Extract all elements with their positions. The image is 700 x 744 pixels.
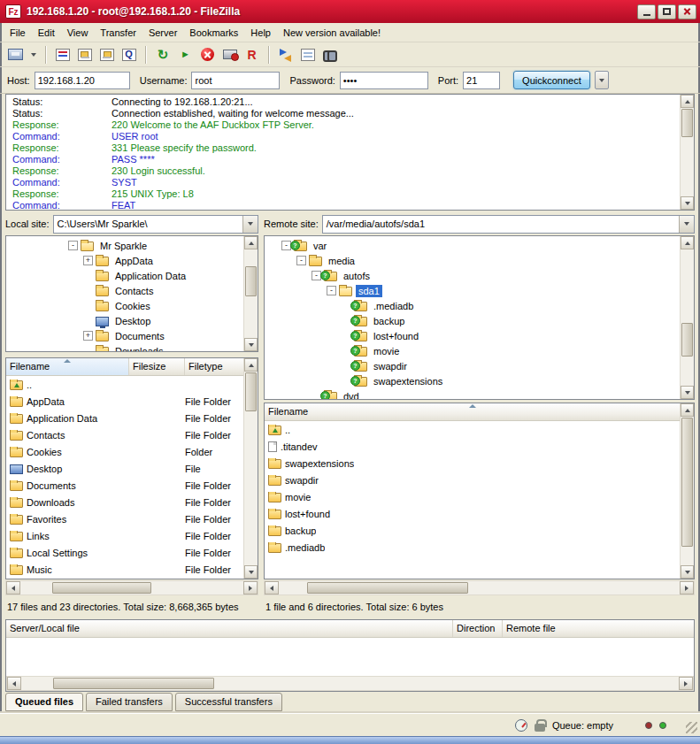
titlebar[interactable]: Fz 192.168.1.20 - root@192.168.1.20 - Fi… xyxy=(0,0,700,23)
column-header-filename[interactable]: Filename xyxy=(6,358,129,375)
column-header-filetype[interactable]: Filetype xyxy=(185,358,243,375)
local-file-row[interactable]: Downloads File Folder xyxy=(6,494,243,510)
scroll-right-button[interactable] xyxy=(680,581,694,594)
menu-item[interactable]: File xyxy=(4,25,32,41)
username-input[interactable] xyxy=(191,72,280,89)
tree-expander[interactable]: - xyxy=(327,286,336,295)
find-files-button[interactable] xyxy=(319,44,341,65)
reconnect-button[interactable]: R xyxy=(242,44,262,65)
local-file-row[interactable]: Documents File Folder xyxy=(6,477,243,494)
local-tree-item[interactable]: Downloads xyxy=(6,343,243,351)
scroll-thumb[interactable] xyxy=(245,372,257,411)
scroll-up-button[interactable] xyxy=(681,95,694,108)
remote-file-row[interactable]: swapdir xyxy=(265,472,680,488)
process-queue-button[interactable]: ► xyxy=(175,44,196,65)
tree-expander[interactable]: + xyxy=(83,331,93,341)
scroll-thumb[interactable] xyxy=(245,266,257,296)
tree-expander[interactable]: - xyxy=(296,256,306,265)
scroll-up-button[interactable] xyxy=(681,403,694,417)
port-input[interactable] xyxy=(463,72,500,89)
local-file-row[interactable]: AppData File Folder xyxy=(6,393,243,410)
password-input[interactable] xyxy=(340,72,428,89)
remote-tree-item[interactable]: lost+found xyxy=(265,328,680,343)
remote-file-row[interactable]: backup xyxy=(265,522,680,539)
maximize-button[interactable] xyxy=(658,4,676,19)
remote-tree-item[interactable]: - autofs xyxy=(265,268,680,283)
lock-icon[interactable] xyxy=(535,724,545,732)
speed-limit-icon[interactable] xyxy=(515,719,527,732)
menu-item[interactable]: Edit xyxy=(32,25,61,41)
scroll-thumb[interactable] xyxy=(307,582,468,594)
local-tree-item[interactable]: - Mr Sparkle xyxy=(6,238,243,253)
remote-list-vertical-scrollbar[interactable] xyxy=(680,403,694,579)
scroll-thumb[interactable] xyxy=(52,582,151,594)
remote-file-row[interactable]: movie xyxy=(265,488,680,505)
minimize-button[interactable] xyxy=(637,4,656,19)
local-tree-item[interactable]: Cookies xyxy=(6,298,243,313)
disconnect-button[interactable] xyxy=(219,44,240,65)
host-input[interactable] xyxy=(35,72,130,89)
combo-dropdown-button[interactable] xyxy=(242,216,258,233)
remote-tree-item[interactable]: dvd xyxy=(265,388,680,399)
resize-grip[interactable] xyxy=(686,722,697,733)
scroll-down-button[interactable] xyxy=(244,338,258,351)
column-header-filename[interactable]: Filename xyxy=(265,403,680,420)
scroll-left-button[interactable] xyxy=(6,581,20,594)
remote-tree-item[interactable]: - var xyxy=(265,238,680,253)
toggle-queue-button[interactable]: Q xyxy=(119,44,139,65)
remote-tree-item[interactable]: - media xyxy=(265,253,680,268)
local-file-row[interactable]: Links File Folder xyxy=(6,527,243,544)
queue-tab[interactable]: Successful transfers xyxy=(175,693,282,711)
remote-tree-item[interactable]: backup xyxy=(265,313,680,328)
remote-tree-item[interactable]: .mediadb xyxy=(265,298,680,313)
quickconnect-button[interactable]: Quickconnect xyxy=(513,71,590,89)
scroll-thumb[interactable] xyxy=(681,418,693,547)
column-header-direction[interactable]: Direction xyxy=(453,620,503,637)
local-tree-vertical-scrollbar[interactable] xyxy=(243,236,258,351)
quickconnect-dropdown-button[interactable] xyxy=(595,71,609,89)
site-manager-button[interactable] xyxy=(5,44,26,65)
remote-file-row[interactable]: .mediadb xyxy=(265,539,680,556)
local-file-row[interactable]: .. xyxy=(6,376,243,393)
menu-item[interactable]: Bookmarks xyxy=(183,25,244,41)
remote-file-row[interactable]: lost+found xyxy=(265,505,680,522)
remote-file-row[interactable]: .. xyxy=(265,421,680,438)
local-tree-item[interactable]: Desktop xyxy=(6,313,243,328)
remote-tree-item[interactable]: swapdir xyxy=(265,358,680,373)
scroll-up-button[interactable] xyxy=(681,236,694,249)
queue-tab[interactable]: Queued files xyxy=(5,693,83,711)
scroll-down-button[interactable] xyxy=(681,196,694,210)
remote-tree-item[interactable]: movie xyxy=(265,343,680,358)
tree-expander[interactable]: + xyxy=(83,256,93,265)
menu-item[interactable]: Server xyxy=(142,25,183,41)
toggle-log-button[interactable] xyxy=(52,44,73,65)
close-button[interactable] xyxy=(678,4,696,19)
combo-dropdown-button[interactable] xyxy=(679,216,694,233)
log-vertical-scrollbar[interactable] xyxy=(680,95,694,210)
column-header-filesize[interactable]: Filesize xyxy=(129,358,185,375)
local-file-row[interactable]: Contacts File Folder xyxy=(6,426,243,443)
toggle-remote-tree-button[interactable] xyxy=(96,44,117,65)
column-header-remote-file[interactable]: Remote file xyxy=(503,620,694,637)
local-file-row[interactable]: Application Data File Folder xyxy=(6,410,243,426)
scroll-left-button[interactable] xyxy=(7,677,21,690)
scroll-thumb[interactable] xyxy=(53,678,214,689)
scroll-down-button[interactable] xyxy=(681,565,694,579)
local-file-row[interactable]: Favorites File Folder xyxy=(6,510,243,527)
queue-horizontal-scrollbar[interactable] xyxy=(6,676,694,691)
local-file-row[interactable]: Cookies Folder xyxy=(6,443,243,460)
local-file-row[interactable]: Desktop File xyxy=(6,460,243,477)
scroll-right-button[interactable] xyxy=(679,677,693,690)
local-file-row[interactable]: Music File Folder xyxy=(6,561,243,578)
remote-file-row[interactable]: swapextensions xyxy=(265,455,680,472)
scroll-down-button[interactable] xyxy=(244,565,258,579)
queue-tab[interactable]: Failed transfers xyxy=(86,693,173,711)
scroll-right-button[interactable] xyxy=(243,581,258,594)
local-tree-item[interactable]: Contacts xyxy=(6,283,243,298)
local-file-row[interactable]: Local Settings File Folder xyxy=(6,544,243,561)
remote-file-row[interactable]: .titandev xyxy=(265,438,680,455)
tree-expander[interactable]: - xyxy=(68,241,78,250)
remote-tree-item[interactable]: - sda1 xyxy=(265,283,680,298)
menu-item[interactable]: View xyxy=(61,25,95,41)
scroll-thumb[interactable] xyxy=(681,323,693,357)
